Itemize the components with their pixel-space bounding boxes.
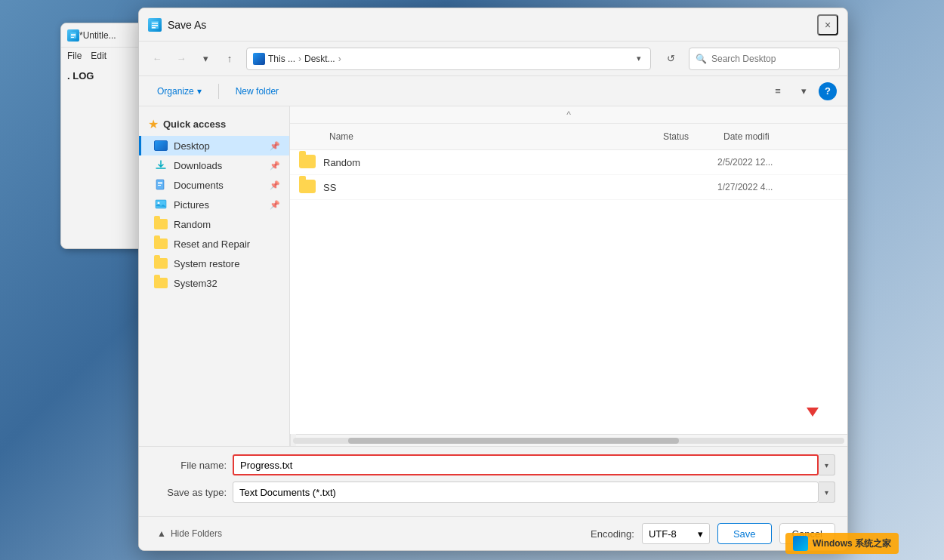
svg-rect-8 — [156, 180, 164, 189]
sidebar-item-documents[interactable]: Documents 📌 — [139, 175, 289, 195]
quick-access-label: Quick access — [163, 118, 226, 130]
file-name-label: File name: — [151, 460, 227, 471]
forward-button[interactable]: → — [171, 48, 192, 69]
table-row[interactable]: Random 2/5/2022 12... — [290, 150, 847, 175]
address-part1: This ... — [268, 54, 295, 64]
search-input[interactable] — [711, 54, 833, 64]
organize-button[interactable]: Organize ▾ — [150, 81, 209, 102]
up-button[interactable]: ↑ — [219, 48, 240, 69]
arrow-head — [807, 408, 819, 417]
downloads-icon — [154, 159, 168, 171]
folder-random-icon — [299, 155, 317, 170]
view-button[interactable]: ≡ — [767, 81, 788, 102]
sidebar-item-random[interactable]: Random — [139, 214, 289, 234]
table-row[interactable]: SS 1/27/2022 4... — [290, 175, 847, 200]
organize-arrow: ▾ — [197, 86, 202, 97]
sidebar-item-pictures[interactable]: Pictures 📌 — [139, 195, 289, 214]
back-button[interactable]: ← — [147, 48, 168, 69]
sidebar-container: ★ Quick access Desktop 📌 — [139, 106, 290, 446]
watermark: Windows 系统之家 — [785, 533, 899, 554]
col-header-name[interactable]: Name — [323, 128, 657, 145]
encoding-value: UTF-8 — [649, 528, 677, 540]
scrollbar-track[interactable] — [293, 438, 844, 444]
folder-random-icon — [154, 218, 168, 230]
sidebar-random-label: Random — [174, 219, 280, 230]
save-as-type-dropdown-button[interactable]: ▾ — [819, 482, 835, 503]
save-as-dialog: Save As × ← → ▾ ↑ This ... › Deskt... › … — [138, 8, 848, 551]
save-as-type-row: Save as type: ▾ — [151, 482, 835, 503]
folder-ss-icon — [299, 180, 317, 195]
file-list-header: Name Status Date modifi — [290, 124, 847, 150]
sidebar-reset-repair-label: Reset and Repair — [174, 238, 280, 250]
help-button[interactable]: ? — [819, 82, 837, 100]
svg-rect-5 — [152, 23, 158, 24]
file-date-random: 2/5/2022 12... — [717, 157, 838, 168]
sidebar-item-reset-repair[interactable]: Reset and Repair — [139, 234, 289, 254]
col-header-status[interactable]: Status — [657, 128, 717, 145]
dialog-title-text: Save As — [168, 19, 817, 31]
file-name-input[interactable] — [233, 454, 819, 475]
dropdown-button[interactable]: ▾ — [195, 48, 216, 69]
close-button[interactable]: × — [817, 14, 838, 35]
view-dropdown-button[interactable]: ▾ — [793, 81, 814, 102]
sidebar: ★ Quick access Desktop 📌 — [139, 106, 290, 446]
file-name-row: File name: ▾ — [151, 454, 835, 475]
folder-system-restore-icon — [154, 257, 168, 269]
save-as-type-input[interactable] — [233, 482, 819, 503]
address-path: This ... › Deskt... › — [268, 54, 343, 64]
sidebar-system-restore-label: System restore — [174, 258, 280, 269]
file-name-dropdown-button[interactable]: ▾ — [819, 454, 835, 475]
col-header-date[interactable]: Date modifi — [717, 128, 838, 145]
dialog-footer: ▲ Hide Folders Encoding: UTF-8 ▾ Save Ca… — [139, 516, 847, 550]
svg-rect-1 — [71, 34, 76, 35]
menu-file[interactable]: File — [67, 51, 82, 61]
search-bar[interactable]: 🔍 — [689, 48, 840, 70]
up-navigation-row[interactable]: ^ — [290, 106, 847, 124]
file-list: ^ Name Status Date modifi Random 2/5/ — [290, 106, 847, 434]
desktop-icon — [154, 140, 168, 152]
encoding-label: Encoding: — [591, 528, 634, 540]
watermark-text: Windows 系统之家 — [813, 537, 891, 550]
hide-folders-label: Hide Folders — [171, 528, 222, 539]
sidebar-item-downloads[interactable]: Downloads 📌 — [139, 155, 289, 175]
svg-rect-12 — [156, 200, 166, 208]
file-name-random: Random — [323, 157, 657, 168]
sidebar-item-desktop[interactable]: Desktop 📌 — [139, 136, 289, 155]
svg-rect-7 — [152, 27, 156, 29]
sidebar-item-system32[interactable]: System32 — [139, 273, 289, 293]
scrollbar-thumb[interactable] — [348, 438, 679, 444]
encoding-select[interactable]: UTF-8 ▾ — [642, 523, 710, 544]
horizontal-scrollbar[interactable] — [290, 434, 847, 446]
svg-rect-6 — [152, 25, 158, 26]
view-dropdown-arrow: ▾ — [801, 85, 807, 97]
save-as-type-input-wrapper: ▾ — [233, 482, 835, 503]
main-content: ★ Quick access Desktop 📌 — [139, 106, 847, 446]
pin-icon-downloads: 📌 — [270, 161, 280, 171]
quick-access-header[interactable]: ★ Quick access — [139, 112, 289, 136]
file-date-ss: 1/27/2022 4... — [717, 182, 838, 192]
documents-icon — [154, 179, 168, 191]
quick-access-star-icon: ★ — [148, 117, 159, 131]
bottom-panel: File name: ▾ Save as type: ▾ — [139, 446, 847, 516]
sidebar-downloads-label: Downloads — [174, 160, 264, 171]
refresh-button[interactable]: ↺ — [660, 48, 681, 69]
pin-icon-pictures: 📌 — [270, 200, 280, 210]
address-part2: Deskt... — [304, 54, 335, 64]
sidebar-item-system-restore[interactable]: System restore — [139, 254, 289, 273]
pin-icon-desktop: 📌 — [270, 141, 280, 151]
address-dropdown-arrow[interactable]: ▾ — [634, 54, 644, 63]
address-bar[interactable]: This ... › Deskt... › ▾ — [246, 48, 651, 70]
folder-reset-icon — [154, 238, 168, 250]
svg-rect-11 — [158, 185, 161, 186]
hide-folders-button[interactable]: ▲ Hide Folders — [151, 525, 228, 542]
save-button[interactable]: Save — [717, 523, 772, 544]
folder-system32-icon — [154, 277, 168, 289]
menu-edit[interactable]: Edit — [91, 51, 106, 61]
windows-logo-icon — [793, 536, 808, 551]
new-folder-button[interactable]: New folder — [228, 81, 286, 102]
dialog-titlebar: Save As × — [139, 8, 847, 42]
sidebar-desktop-label: Desktop — [174, 140, 264, 152]
svg-rect-9 — [158, 182, 162, 183]
bg-window-title: *Untitle... — [79, 30, 116, 41]
new-folder-label: New folder — [236, 86, 279, 97]
